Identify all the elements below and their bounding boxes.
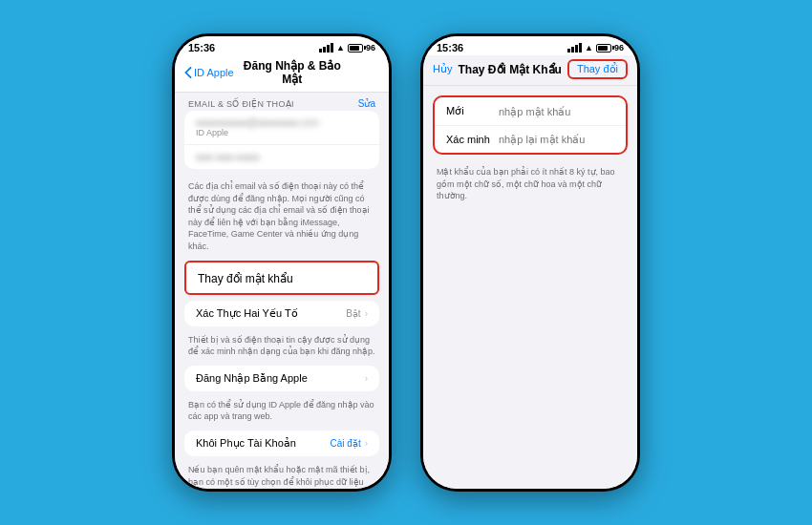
email-description: Các địa chỉ email và số điện thoại này c… [175, 177, 389, 261]
sign-in-apple-desc: Bạn có thể sử dụng ID Apple để đăng nhập… [175, 395, 389, 430]
wifi-icon-2: ▲ [585, 43, 593, 52]
two-factor-card: Xác Thực Hai Yếu Tố Bật › [184, 301, 379, 326]
sign-in-apple-row[interactable]: Đăng Nhập Bằng Apple › [184, 366, 379, 391]
confirm-password-input[interactable] [499, 134, 628, 145]
two-factor-desc: Thiết bị và số điện thoại tin cậy được s… [175, 330, 389, 366]
phone-blurred: ●●● ●●●-●●●● [196, 152, 260, 162]
sign-in-apple-card: Đăng Nhập Bằng Apple › [184, 366, 379, 391]
recovery-label: Khôi Phục Tài Khoản [196, 437, 296, 450]
confirm-password-label: Xác minh [446, 134, 499, 145]
section-header-email: EMAIL & SỐ ĐIỆN THOẠI [188, 99, 294, 109]
password-hint: Mật khẩu của bạn phải có ít nhất 8 ký tự… [423, 162, 637, 210]
edit-button[interactable]: Sửa [358, 98, 375, 109]
chevron-right-icon-2: › [365, 373, 368, 384]
cancel-button[interactable]: Hủy [433, 63, 452, 75]
chevron-left-icon [184, 67, 192, 78]
new-password-row: Mới [435, 97, 626, 126]
nav-bar-1: ID Apple Đăng Nhập & Bảo Mật [175, 55, 389, 93]
chevron-right-icon-3: › [365, 438, 368, 449]
status-icons-1: ▲ 96 [319, 43, 375, 52]
back-button-1[interactable]: ID Apple [184, 67, 234, 78]
battery-icon [348, 44, 363, 52]
two-factor-row[interactable]: Xác Thực Hai Yếu Tố Bật › [184, 301, 379, 326]
sign-in-apple-label: Đăng Nhập Bằng Apple [196, 372, 308, 385]
screen-content-1: EMAIL & SỐ ĐIỆN THOẠI Sửa ●●●●●●●●●@●●●●… [175, 93, 389, 489]
screen-content-2: Mới Xác minh Mật khẩu của bạn phải có ít… [423, 86, 637, 489]
email-row: ●●●●●●●●●@●●●●●●●.com ID Apple [184, 111, 379, 145]
new-password-input[interactable] [499, 106, 628, 117]
two-factor-value: Bật [346, 308, 360, 319]
signal-icon [319, 43, 333, 52]
change-password-label: Thay đổi mật khẩu [198, 272, 293, 285]
nav-bar-2: Hủy Thay Đổi Mật Khẩu Thay đổi [423, 55, 637, 86]
battery-percent: 96 [366, 43, 375, 52]
password-form: Mới Xác minh [433, 95, 628, 155]
two-factor-label: Xác Thực Hai Yếu Tố [196, 307, 298, 320]
status-bar-1: 15:36 ▲ 96 [175, 36, 389, 55]
battery-icon-2 [596, 44, 611, 52]
time-display-2: 15:36 [437, 42, 463, 53]
battery-percent-2: 96 [614, 43, 624, 52]
status-bar-2: 15:36 ▲ 96 [423, 36, 637, 55]
change-password-row[interactable]: Thay đổi mật khẩu [184, 261, 379, 295]
status-icons-2: ▲ 96 [567, 43, 624, 52]
signal-icon-2 [567, 43, 582, 52]
phone-row: ●●● ●●●-●●●● [184, 145, 379, 169]
nav-title-2: Thay Đổi Mật Khẩu [459, 63, 562, 76]
chevron-right-icon-1: › [365, 308, 368, 319]
email-blurred: ●●●●●●●●●@●●●●●●●.com [196, 117, 318, 128]
phone-2: 15:36 ▲ 96 Hủy Thay Đổi Mật Khẩu Thay đổ… [420, 33, 640, 492]
time-display-1: 15:36 [188, 42, 215, 53]
id-apple-label: ID Apple [196, 128, 318, 137]
new-password-label: Mới [446, 105, 499, 117]
recovery-value: Cài đặt [331, 438, 361, 449]
wifi-icon: ▲ [336, 43, 345, 52]
recovery-row[interactable]: Khôi Phục Tài Khoản Cài đặt › [184, 430, 379, 456]
confirm-password-row: Xác minh [435, 126, 626, 153]
recovery-desc: Nếu bạn quên mật khẩu hoặc mật mã thiết … [175, 460, 389, 489]
confirm-button[interactable]: Thay đổi [567, 59, 628, 79]
email-section-card: ●●●●●●●●●@●●●●●●●.com ID Apple ●●● ●●●-●… [184, 111, 379, 169]
recovery-card: Khôi Phục Tài Khoản Cài đặt › [184, 430, 379, 456]
nav-title-1: Đăng Nhập & Bảo Mật [234, 59, 351, 86]
phone-1: 15:36 ▲ 96 ID Apple [172, 33, 392, 492]
